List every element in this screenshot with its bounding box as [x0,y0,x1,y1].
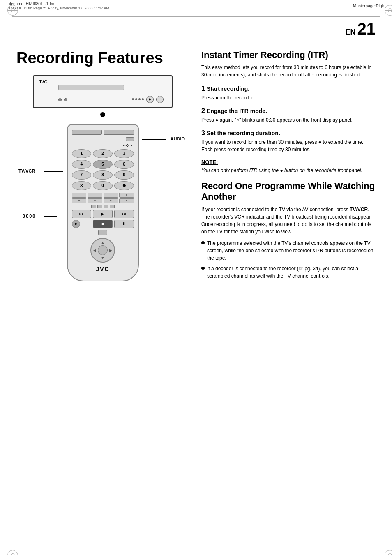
remote-transport: ⏮ ▶ ⏭ ● ■ ⏸ [72,210,134,228]
remote-nav-up-arrow: ▲ [101,240,105,245]
remote-vol-plus-2[interactable]: + [88,193,102,198]
remote-nav-center[interactable] [98,245,108,255]
step3-number: 3 [201,129,205,137]
remote-rewind-btn[interactable]: ⏮ [72,210,92,218]
remote-num-5[interactable]: 5 [93,160,113,169]
remote-num-6[interactable]: 6 [114,160,134,169]
remote-vol-col-3: + − [104,193,118,203]
remote-num-9[interactable]: 9 [114,170,134,180]
remote-num-4[interactable]: 4 [72,160,92,169]
vcr-buttons-right: ▶ [132,96,164,103]
filename-label: Filename [HRJ680EU1.fm] [7,2,109,6]
step3-heading: 3 Set the recording duration. [201,129,376,137]
vcr-tape-slot [58,85,124,90]
bullet-item-1: The programme selected with the TV's cha… [201,240,376,262]
remote-vol-minus-4[interactable]: − [119,198,134,203]
tvcvr-inline: TV/VCR [350,207,368,212]
step1-text: Press ● on the recorder. [201,94,376,101]
record-dot [100,112,105,117]
page-number-area: EN 21 [345,21,376,37]
vcr-dot-1 [58,98,62,101]
vcr-tiny-dot-1 [132,98,134,100]
masterpage-label: Masterpage:Right [353,4,385,8]
remote-center-small-btn[interactable] [98,230,107,235]
subline-label: HRJ680EU1.fm Page 21 Friday, November 17… [7,6,109,10]
vcr-dots-row [132,98,144,100]
remote-top-btn-2[interactable] [104,130,134,135]
page-number: 21 [357,21,376,37]
step1-title: Start recording. [207,85,249,92]
remote-vol-plus-4[interactable]: + [119,193,134,198]
header-left: Filename [HRJ680EU1.fm] HRJ680EU1.fm Pag… [7,2,109,10]
vcr-device: JVC ▶ [33,75,173,108]
remote-brand-logo: JVC [72,266,134,272]
remote-ind-3 [104,205,108,208]
remote-navigation-wheel[interactable]: ▲ ▼ ◀ ▶ [90,238,115,263]
page-header: Filename [HRJ680EU1.fm] HRJ680EU1.fm Pag… [0,0,392,12]
remote-vol-col-2: + − [88,193,102,203]
remote-center-btn-row [72,230,134,235]
remote-ffwd-btn[interactable]: ⏭ [114,210,134,218]
remote-nav-down-arrow: ▼ [101,256,105,260]
remote-vol-minus-2[interactable]: − [88,198,102,203]
page-title: Recording Features [16,50,189,67]
right-column: Instant Timer Recording (ITR) This easy … [201,50,376,283]
vcr-channel-button[interactable] [156,96,164,103]
record-one-text: If your recorder is connected to the TV … [201,206,376,235]
note-text: You can only perform ITR using the ● but… [201,167,376,174]
remote-small-row [72,137,134,141]
vcr-dot-2 [64,98,67,101]
remote-num-7[interactable]: 7 [72,170,92,180]
vcr-indicator-dots [58,98,67,101]
remote-vol-minus-1[interactable]: − [72,198,87,203]
remote-area: AUDIO TV/VCR 0000 - -:- - 1 [16,124,189,281]
remote-vol-minus-3[interactable]: − [104,198,118,203]
left-column: Recording Features JVC ▶ [16,50,189,283]
vcr-tiny-dot-3 [138,98,141,100]
record-indicator [16,112,189,118]
remote-stop-btn[interactable]: ■ [93,220,113,228]
note-heading: NOTE: [201,159,376,165]
remote-num-3[interactable]: 3 [114,149,134,158]
remote-counter-label: 0000 [23,214,36,219]
remote-nav-left-arrow: ◀ [93,248,96,252]
record-one-section-title: Record One Programme While Watching Anot… [201,181,376,203]
remote-play-btn[interactable]: ▶ [93,210,113,218]
remote-pause-btn[interactable]: ⏸ [114,220,134,228]
step1-number: 1 [201,85,205,92]
remote-num-2[interactable]: 2 [93,149,113,158]
remote-record-btn[interactable]: ● [72,220,80,228]
remote-num-1[interactable]: 1 [72,149,92,158]
remote-num-x[interactable]: ✕ [72,181,92,190]
bullet-dot-1 [201,241,205,244]
bullet-text-2: If a decoder is connected to the recorde… [207,265,376,280]
remote-num-circle[interactable]: ⊕ [114,181,134,190]
remote-num-8[interactable]: 8 [93,170,113,180]
itr-section-title: Instant Timer Recording (ITR) [201,50,376,60]
remote-tvcvr-line [44,171,63,172]
main-content: Recording Features JVC ▶ [0,41,392,299]
bullet-text-1: The programme selected with the TV's cha… [207,240,376,262]
en-label: EN [345,28,355,37]
remote-counter-line [44,216,57,217]
step2-heading: 2 Engage the ITR mode. [201,107,376,115]
remote-top-btn-1[interactable] [72,130,102,135]
vcr-play-button[interactable]: ▶ [146,96,154,103]
itr-intro-text: This easy method lets you record for fro… [201,64,376,78]
step2-number: 2 [201,107,205,115]
remote-vol-plus-1[interactable]: + [72,193,87,198]
vcr-device-container: JVC ▶ [16,75,189,118]
remote-top-buttons [72,130,134,135]
remote-small-btn-1[interactable] [126,137,134,141]
remote-ind-4 [110,205,115,208]
remote-vol-plus-3[interactable]: + [104,193,118,198]
remote-ind-2 [97,205,102,208]
vcr-tiny-dot-2 [135,98,137,100]
remote-num-0[interactable]: 0 [93,181,113,190]
remote-nav-right-arrow: ▶ [109,248,113,252]
step1-heading: 1 Start recording. [201,85,376,92]
remote-numpad: 1 2 3 4 5 6 7 8 9 ✕ 0 ⊕ [72,149,134,190]
remote-dash-display: - -:- - [72,143,134,147]
bottom-divider [12,532,380,532]
remote-indicator-row [72,205,134,208]
